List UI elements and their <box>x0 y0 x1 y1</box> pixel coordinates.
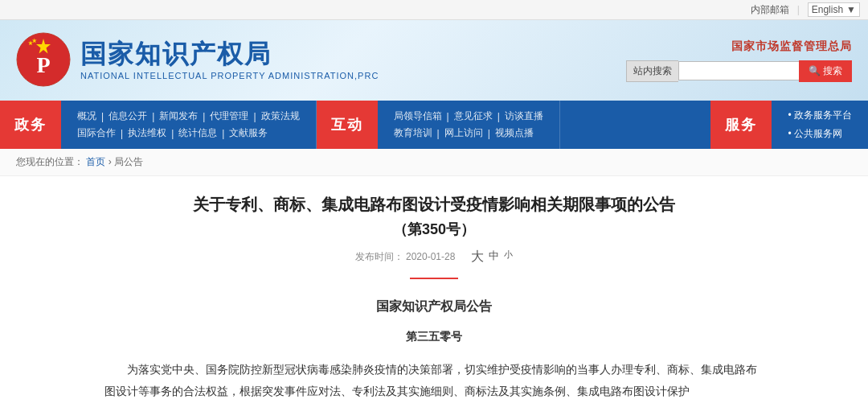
gov-agency-text: 国家市场监督管理总局 <box>731 39 852 54</box>
nav-link-enforce[interactable]: 执法维权 <box>128 126 166 140</box>
nav-link-video[interactable]: 视频点播 <box>495 126 534 140</box>
font-size-controls: 大 中 小 <box>471 249 513 266</box>
topbar-divider: | <box>797 4 800 15</box>
nav-link-opinion[interactable]: 意见征求 <box>454 109 493 123</box>
nav-label-interactive[interactable]: 互动 <box>317 101 378 149</box>
search-button[interactable]: 🔍 搜索 <box>799 60 852 82</box>
internal-mail-link[interactable]: 内部邮箱 <box>751 3 789 17</box>
logo-text-area: 国家知识产权局 NATIONAL INTELLECTUAL PROPERTY A… <box>80 40 379 80</box>
nav-row-politics-1: 概况 | 信息公开 | 新闻发布 | 代理管理 | 政策法规 <box>77 109 300 123</box>
search-icon: 🔍 <box>809 65 821 76</box>
article-title: 关于专利、商标、集成电路布图设计受疫情影响相关期限事项的公告 （第350号） <box>104 192 764 241</box>
nav-link-gov-service[interactable]: 政务服务平台 <box>788 109 852 122</box>
logo-en-text: NATIONAL INTELLECTUAL PROPERTY ADMINISTR… <box>80 71 379 80</box>
header: P 国家知识产权局 NATIONAL INTELLECTUAL PROPERTY… <box>0 20 868 101</box>
nav-content-service: 政务服务平台 公共服务网 <box>772 101 868 149</box>
nav-link-online-visit[interactable]: 网上访问 <box>444 126 483 140</box>
nav-row-interactive-1: 局领导信箱 | 意见征求 | 访谈直播 <box>394 109 543 123</box>
breadcrumb-current: 局公告 <box>114 156 143 167</box>
nav-content-politics: 概况 | 信息公开 | 新闻发布 | 代理管理 | 政策法规 国际合作 | 执法… <box>61 101 317 149</box>
logo-cn-text: 国家知识产权局 <box>80 40 379 68</box>
nav-link-interview[interactable]: 访谈直播 <box>505 109 543 123</box>
search-button-label: 搜索 <box>823 65 842 76</box>
article-body-subtitle: 第三五零号 <box>104 327 764 347</box>
svg-text:P: P <box>36 52 50 77</box>
font-large-btn[interactable]: 大 <box>471 249 484 266</box>
article-body-title: 国家知识产权局公告 <box>104 295 764 319</box>
language-selector[interactable]: English ▼ <box>808 2 860 17</box>
nav-bar: 政务 概况 | 信息公开 | 新闻发布 | 代理管理 | 政策法规 国际合作 |… <box>0 101 868 149</box>
header-right: 国家市场监督管理总局 站内搜索 🔍 搜索 <box>626 39 852 82</box>
top-bar: 内部邮箱 | English ▼ <box>0 0 868 20</box>
font-medium-btn[interactable]: 中 <box>489 249 499 266</box>
search-box: 站内搜索 🔍 搜索 <box>626 60 852 82</box>
breadcrumb-prefix: 您现在的位置： <box>16 156 84 167</box>
search-label: 站内搜索 <box>626 60 678 82</box>
article-paragraph-1: 为落实党中央、国务院防控新型冠状病毒感染肺炎疫情的决策部署，切实维护受疫情影响的… <box>104 359 764 401</box>
nav-item-interactive: 互动 局领导信箱 | 意见征求 | 访谈直播 教育培训 | 网上访问 | 视频点… <box>317 101 560 149</box>
nav-content-interactive: 局领导信箱 | 意见征求 | 访谈直播 教育培训 | 网上访问 | 视频点播 <box>378 101 560 149</box>
nav-link-news[interactable]: 新闻发布 <box>159 109 198 123</box>
breadcrumb-sep: › <box>108 156 114 167</box>
chevron-down-icon: ▼ <box>846 4 856 15</box>
nav-row-politics-2: 国际合作 | 执法维权 | 统计信息 | 文献服务 <box>77 126 300 140</box>
font-small-btn[interactable]: 小 <box>504 249 513 266</box>
nav-item-politics: 政务 概况 | 信息公开 | 新闻发布 | 代理管理 | 政策法规 国际合作 |… <box>0 101 317 149</box>
nav-label-service[interactable]: 服务 <box>710 101 772 149</box>
language-label: English <box>812 4 843 15</box>
nav-label-politics[interactable]: 政务 <box>0 101 61 149</box>
article-body: 国家知识产权局公告 第三五零号 为落实党中央、国务院防控新型冠状病毒感染肺炎疫情… <box>104 295 764 401</box>
nav-link-docs[interactable]: 文献服务 <box>229 126 268 140</box>
article-meta: 发布时间： 2020-01-28 大 中 小 <box>104 249 764 266</box>
nav-link-stats[interactable]: 统计信息 <box>178 126 217 140</box>
breadcrumb: 您现在的位置： 首页 › 局公告 <box>0 149 868 176</box>
nav-link-overview[interactable]: 概况 <box>77 109 96 123</box>
nav-link-intl[interactable]: 国际合作 <box>77 126 116 140</box>
search-input[interactable] <box>678 61 799 80</box>
nav-link-education[interactable]: 教育培训 <box>394 126 432 140</box>
publish-date: 发布时间： 2020-01-28 <box>355 250 456 264</box>
nav-link-agent[interactable]: 代理管理 <box>210 109 248 123</box>
nav-link-mailbox[interactable]: 局领导信箱 <box>394 109 442 123</box>
logo-emblem: P <box>16 32 72 89</box>
nav-link-info[interactable]: 信息公开 <box>108 109 147 123</box>
nav-link-public-service[interactable]: 公共服务网 <box>788 127 852 141</box>
article-divider <box>410 278 458 279</box>
logo-area: P 国家知识产权局 NATIONAL INTELLECTUAL PROPERTY… <box>16 32 626 89</box>
nav-row-interactive-2: 教育培训 | 网上访问 | 视频点播 <box>394 126 543 140</box>
nav-item-service: 服务 政务服务平台 公共服务网 <box>710 101 868 149</box>
content-area: 关于专利、商标、集成电路布图设计受疫情影响相关期限事项的公告 （第350号） 发… <box>72 176 796 420</box>
nav-link-policy[interactable]: 政策法规 <box>261 109 300 123</box>
breadcrumb-home[interactable]: 首页 <box>86 156 105 167</box>
